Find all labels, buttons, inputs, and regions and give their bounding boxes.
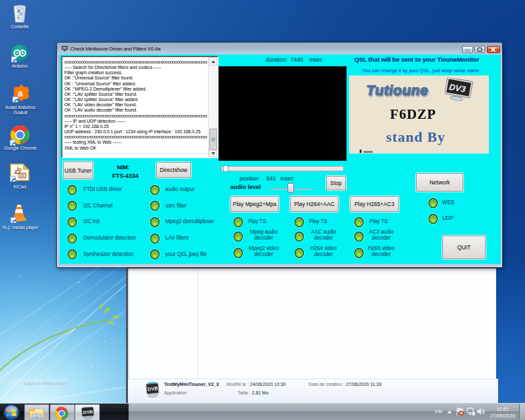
svg-text:DVB: DVB: [83, 410, 93, 415]
svg-text:Capture Plein écran: Capture Plein écran: [24, 381, 67, 387]
svg-text:DVB: DVB: [148, 385, 159, 392]
